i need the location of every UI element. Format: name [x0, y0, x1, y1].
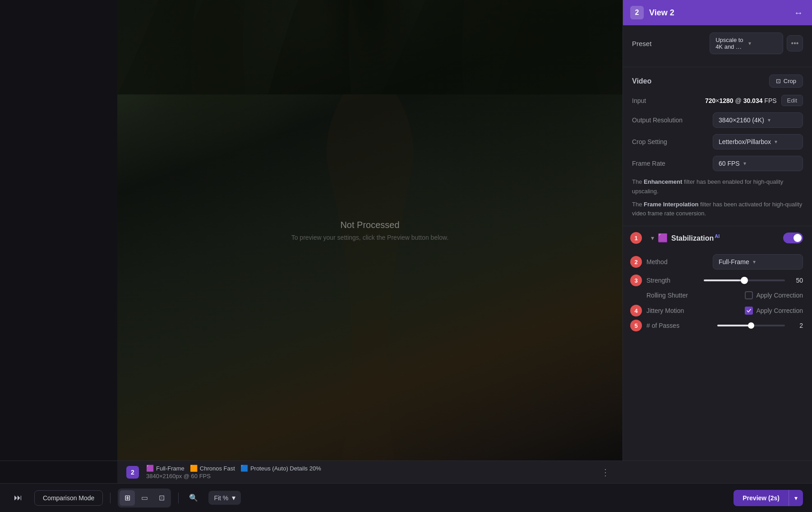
preview-arrow-icon: ▾ — [794, 494, 798, 502]
video-label: Video — [632, 77, 651, 85]
method-container: 2 Method Full-Frame ▾ — [646, 254, 803, 270]
jittery-motion-label: Jittery Motion — [646, 307, 684, 314]
step-1-badge: 1 — [630, 232, 642, 244]
bottom-resolution: 3840×2160px @ 60 FPS — [146, 473, 321, 479]
full-frame-tag: 🟪 Full-Frame — [146, 465, 185, 472]
step-3-badge: 3 — [630, 275, 642, 286]
left-sidebar — [0, 0, 117, 461]
step-2-badge: 2 — [630, 256, 642, 268]
side-view-icon: ⊡ — [159, 493, 165, 502]
crop-setting-value: Letterbox/Pillarbox — [719, 138, 771, 145]
play-button[interactable]: ⏭ — [9, 489, 27, 507]
toolbar-divider-1 — [110, 493, 111, 503]
info-text-block: The Enhancement filter has been enabled … — [632, 177, 803, 219]
stab-header-container: 1 ▾ 🟪 StabilizationAI — [623, 226, 812, 250]
method-value: Full-Frame — [719, 258, 749, 265]
method-label: Method — [646, 258, 668, 265]
rolling-shutter-checkbox-group: Apply Correction — [745, 291, 803, 299]
split-view-button[interactable]: ⊞ — [120, 490, 135, 506]
checkmark-icon — [747, 309, 751, 312]
enhancement-bold: Enhancement — [644, 178, 682, 185]
output-resolution-value: 3840×2160 (4K) — [719, 116, 764, 124]
chevron-down-icon: ▾ — [775, 139, 777, 145]
right-panel-bottom-spacer — [623, 461, 812, 483]
preview-button[interactable]: Preview (2s) — [734, 490, 789, 506]
view-mode-group: ⊞ ▭ ⊡ — [118, 489, 171, 507]
jittery-motion-checkbox-group: Apply Correction — [745, 307, 803, 315]
crop-icon: ⊡ — [776, 78, 781, 84]
passes-slider[interactable] — [717, 325, 785, 326]
frame-rate-value: 60 FPS — [719, 160, 740, 167]
jittery-motion-row: Jittery Motion Apply Correction — [646, 307, 803, 315]
strength-row: Strength 50 — [646, 277, 803, 284]
input-fps-value: 30.034 — [743, 97, 763, 104]
full-frame-icon: 🟪 — [146, 465, 154, 472]
view-title: View 2 — [649, 8, 792, 18]
single-view-button[interactable]: ▭ — [137, 490, 152, 506]
frame-rate-dropdown[interactable]: 60 FPS ▾ — [713, 156, 803, 171]
rolling-shutter-row: Rolling Shutter Apply Correction — [646, 291, 803, 299]
search-button[interactable]: 🔍 — [186, 490, 201, 506]
rolling-shutter-checkbox[interactable] — [745, 291, 753, 299]
output-resolution-dropdown[interactable]: 3840×2160 (4K) ▾ — [713, 112, 803, 128]
stabilization-body: 2 Method Full-Frame ▾ 3 S — [623, 250, 812, 340]
method-dropdown[interactable]: Full-Frame ▾ — [713, 254, 803, 270]
crop-label: Crop — [784, 78, 796, 84]
fps-label: FPS — [764, 97, 776, 104]
stabilization-header[interactable]: 1 ▾ 🟪 StabilizationAI — [623, 226, 812, 250]
info-text-2: The Frame Interpolation filter has been … — [632, 200, 803, 219]
input-at: @ — [735, 97, 743, 104]
full-frame-label: Full-Frame — [156, 465, 185, 472]
strength-thumb[interactable] — [741, 277, 748, 284]
passes-value: 2 — [789, 322, 803, 329]
method-row: Method Full-Frame ▾ — [646, 254, 803, 270]
more-options-button[interactable]: ••• — [787, 35, 803, 51]
chronos-icon: 🟧 — [190, 465, 198, 472]
crop-setting-dropdown[interactable]: Letterbox/Pillarbox ▾ — [713, 134, 803, 149]
passes-thumb[interactable] — [748, 322, 754, 329]
info-text-1: The Enhancement filter has been enabled … — [632, 177, 803, 196]
frame-interpolation-bold: Frame Interpolation — [644, 201, 698, 208]
crop-button[interactable]: ⊡ Crop — [769, 74, 803, 88]
ai-badge: AI — [715, 233, 720, 239]
search-icon: 🔍 — [189, 493, 198, 502]
output-resolution-row: Output Resolution 3840×2160 (4K) ▾ — [632, 112, 803, 128]
crop-setting-row: Crop Setting Letterbox/Pillarbox ▾ — [632, 134, 803, 149]
preset-dropdown[interactable]: Upscale to 4K and … ▾ — [710, 33, 783, 54]
jittery-motion-checkbox[interactable] — [745, 307, 753, 315]
stabilization-icon: 🟪 — [658, 233, 668, 243]
zoom-control[interactable]: Fit % ▾ — [208, 491, 241, 505]
single-view-icon: ▭ — [141, 493, 148, 502]
preview-dropdown-button[interactable]: ▾ — [789, 490, 803, 506]
strength-value: 50 — [789, 277, 803, 284]
video-preview: Not Processed To preview your settings, … — [117, 0, 623, 461]
rolling-shutter-apply-label: Apply Correction — [757, 292, 803, 299]
strength-slider[interactable] — [704, 279, 785, 281]
video-section: Video ⊡ Crop Input 720×1280 @ 30.034 — [623, 67, 812, 226]
bottom-info: 🟪 Full-Frame 🟧 Chronos Fast 🟦 Proteus (A… — [146, 465, 321, 479]
chevron-down-icon: ▾ — [743, 160, 746, 167]
preview-button-group: Preview (2s) ▾ — [734, 490, 803, 506]
passes-fill — [717, 325, 751, 326]
side-view-button[interactable]: ⊡ — [154, 490, 169, 506]
main-area: Not Processed To preview your settings, … — [0, 0, 812, 461]
proteus-label: Proteus (Auto) Details 20% — [250, 465, 321, 472]
comparison-mode-button[interactable]: Comparison Mode — [34, 490, 103, 506]
input-value-group: 720×1280 @ 30.034 FPS Edit — [705, 95, 803, 106]
stabilization-section: 1 ▾ 🟪 StabilizationAI 2 — [623, 226, 812, 340]
zoom-chevron-icon: ▾ — [232, 493, 235, 502]
proteus-icon: 🟦 — [240, 465, 248, 472]
more-options-button[interactable]: ⋮ — [597, 465, 614, 479]
preset-section: Preset Upscale to 4K and … ▾ ••• — [623, 25, 812, 67]
passes-row: # of Passes 2 — [646, 322, 803, 329]
preview-bottom-bar: 2 🟪 Full-Frame 🟧 Chronos Fast 🟦 Proteus … — [117, 461, 623, 483]
input-resolution: 720×1280 @ 30.034 FPS — [705, 97, 777, 104]
preset-value: Upscale to 4K and … — [715, 37, 744, 50]
edit-button[interactable]: Edit — [781, 95, 803, 106]
stabilization-toggle[interactable] — [783, 233, 803, 243]
frame-rate-row: Frame Rate 60 FPS ▾ — [632, 156, 803, 171]
video-section-header: Video ⊡ Crop — [632, 74, 803, 88]
bottom-toolbar: ⏭ Comparison Mode ⊞ ▭ ⊡ 🔍 Fit % ▾ Previe… — [0, 483, 812, 512]
expand-button[interactable]: ↔ — [792, 6, 805, 20]
bottom-tags: 🟪 Full-Frame 🟧 Chronos Fast 🟦 Proteus (A… — [146, 465, 321, 472]
